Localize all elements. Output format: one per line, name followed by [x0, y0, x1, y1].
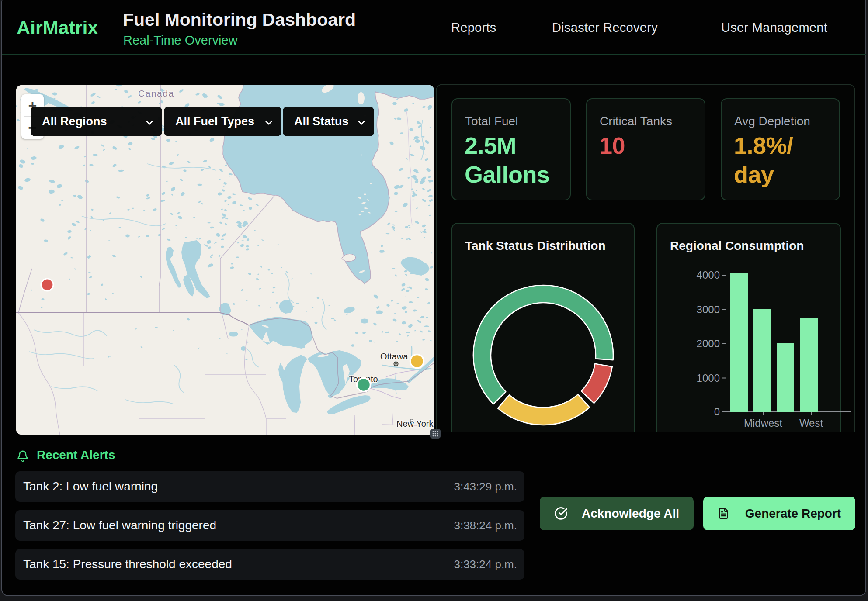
svg-text:New York: New York [396, 419, 434, 428]
svg-text:West: West [799, 417, 823, 429]
svg-text:Ottawa: Ottawa [380, 352, 408, 361]
svg-text:2000: 2000 [697, 338, 720, 349]
svg-text:1000: 1000 [697, 372, 720, 384]
svg-text:3000: 3000 [697, 304, 720, 315]
svg-text:Midwest: Midwest [744, 417, 782, 429]
svg-text:4000: 4000 [697, 269, 720, 281]
svg-text:Canada: Canada [138, 88, 174, 98]
svg-text:0: 0 [714, 406, 720, 418]
